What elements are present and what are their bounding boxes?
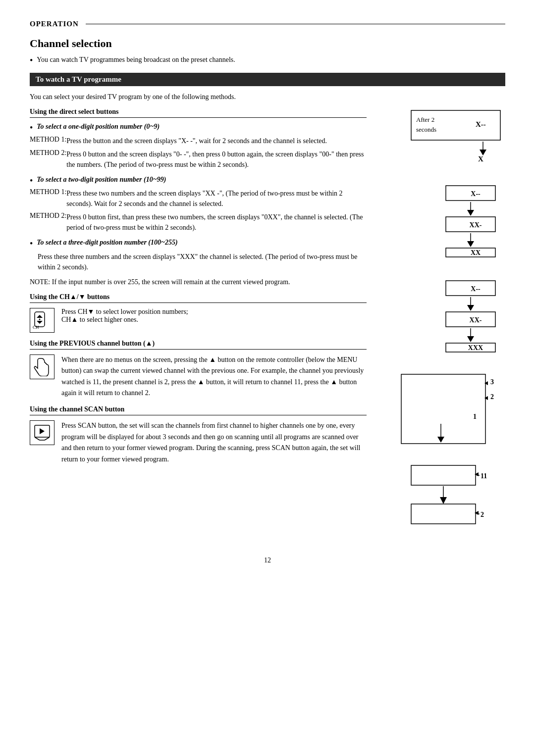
- ch-header: Using the CH▲/▼ buttons: [30, 293, 367, 303]
- main-layout: Using the direct select buttons • To sel…: [30, 108, 505, 542]
- scan-text-block: Press SCAN button, the set will scan the…: [61, 420, 367, 465]
- right-col: After 2 seconds X-- X X--: [376, 108, 505, 542]
- svg-text:After 2: After 2: [416, 116, 434, 123]
- topic2-section: • To select a two-digit position number …: [30, 176, 367, 233]
- svg-marker-24: [467, 241, 474, 247]
- ch-diagram-container: 3 2 1: [396, 369, 505, 451]
- ch-header-text: Using the CH▲/▼ buttons: [30, 293, 109, 301]
- prev-text: When there are no menus on the screen, p…: [61, 354, 367, 399]
- ch-diagram-svg: 3 2 1: [396, 369, 505, 449]
- diag1-container: After 2 seconds X-- X: [406, 108, 505, 164]
- scan-icon-svg: [33, 423, 52, 442]
- subsection-direct-label: Using the direct select buttons: [30, 108, 367, 118]
- svg-marker-51: [475, 511, 479, 515]
- svg-text:X--: X--: [471, 285, 481, 293]
- svg-marker-43: [437, 437, 444, 443]
- method1-line: METHOD 1: Press the button and the scree…: [30, 136, 367, 146]
- bullet-intro: • You can watch TV programmes being broa…: [30, 56, 505, 65]
- method2-label: METHOD 2:: [30, 149, 66, 170]
- svg-text:seconds: seconds: [416, 126, 436, 133]
- scan-text: Press SCAN button, the set will scan the…: [61, 420, 367, 465]
- method1-label: METHOD 1:: [30, 136, 66, 146]
- left-col: Using the direct select buttons • To sel…: [30, 108, 376, 542]
- topic1-text: To select a one-digit position number (0…: [37, 123, 160, 131]
- topic2-text: To select a two-digit position number (1…: [37, 176, 166, 184]
- topic2-header: • To select a two-digit position number …: [30, 176, 367, 187]
- svg-line-6: [35, 437, 40, 440]
- svg-marker-39: [484, 381, 488, 385]
- topic2-dot: •: [30, 176, 33, 187]
- topic2-method2-text: Press 0 button first, than press these t…: [66, 212, 367, 233]
- bullet-dot: •: [30, 56, 33, 65]
- operation-title: OPERATION: [30, 20, 79, 28]
- scan-icon: [30, 420, 54, 445]
- topic3-text: To select a three-digit position number …: [37, 239, 177, 247]
- prev-header: Using the PREVIOUS channel button (▲): [30, 340, 367, 350]
- svg-text:X--: X--: [476, 120, 486, 128]
- topic1-header: • To select a one-digit position number …: [30, 123, 367, 134]
- scan-header: Using the channel SCAN button: [30, 405, 367, 415]
- scan-icon-row: Press SCAN button, the set will scan the…: [30, 420, 367, 465]
- prev-icon-svg: [33, 357, 52, 376]
- topic3-desc: Press these three numbers and the screen…: [30, 252, 367, 272]
- prev-diagram-container: 11 2: [396, 460, 505, 532]
- section-intro: You can select your desired TV program b…: [30, 93, 505, 101]
- ch-icon-svg: CH: [33, 311, 52, 330]
- ch-icon: CH: [30, 308, 54, 333]
- topic2-method2-line: METHOD 2: Press 0 button first, than pre…: [30, 212, 367, 233]
- method2-line: METHOD 2: Press 0 button and the screen …: [30, 149, 367, 170]
- svg-marker-20: [467, 210, 474, 216]
- ch-text1: Press CH▼ to select lower position numbe…: [61, 308, 188, 316]
- method2-text: Press 0 button and the screen displays "…: [66, 149, 367, 170]
- prev-icon-row: When there are no menus on the screen, p…: [30, 354, 367, 399]
- topic2-method2-label: METHOD 2:: [30, 212, 66, 233]
- operation-header: OPERATION: [30, 20, 505, 28]
- page-title: Channel selection: [30, 37, 505, 50]
- svg-rect-44: [411, 465, 476, 485]
- svg-text:XXX: XXX: [468, 344, 483, 352]
- prev-header-text: Using the PREVIOUS channel button (▲): [30, 340, 155, 347]
- svg-marker-30: [467, 305, 474, 311]
- topic2-method2: METHOD 2: Press 0 button first, than pre…: [30, 212, 367, 233]
- ch-num3: 3: [490, 378, 494, 386]
- note-text: NOTE: If the input number is over 255, t…: [30, 278, 367, 286]
- prev-text-block: When there are no menus on the screen, p…: [61, 354, 367, 399]
- prev-icon: [30, 354, 54, 379]
- topic3-header: • To select a three-digit position numbe…: [30, 239, 367, 250]
- svg-marker-41: [484, 396, 488, 400]
- ch-text-block: Press CH▼ to select lower position numbe…: [61, 308, 188, 324]
- bullet-intro-text: You can watch TV programmes being broadc…: [37, 56, 235, 64]
- svg-marker-9: [40, 428, 45, 434]
- topic2-method1-text: Press these two numbers and the screen d…: [66, 188, 367, 209]
- svg-point-3: [39, 318, 41, 320]
- ch-icon-row: CH Press CH▼ to select lower position nu…: [30, 308, 367, 333]
- svg-marker-48: [440, 497, 447, 504]
- section-bar: To watch a TV programme: [30, 73, 505, 86]
- diag1-svg: After 2 seconds X-- X: [406, 108, 505, 162]
- svg-text:CH: CH: [33, 325, 39, 330]
- svg-line-7: [45, 437, 50, 440]
- page-number: 12: [30, 556, 505, 564]
- topic3-dot: •: [30, 239, 33, 250]
- topic2-method1: METHOD 1: Press these two numbers and th…: [30, 188, 367, 209]
- diag2-container: X-- XX- XX: [406, 183, 505, 259]
- svg-text:XX-: XX-: [470, 316, 482, 324]
- svg-text:XX-: XX-: [470, 221, 482, 229]
- ch-text2: CH▲ to select higher ones.: [61, 316, 188, 324]
- method1-text: Press the button and the screen displays…: [66, 136, 367, 146]
- prev-num2: 2: [481, 511, 484, 518]
- svg-marker-1: [37, 315, 43, 318]
- diag3-container: X-- XX- XXX: [406, 278, 505, 354]
- ch-num1: 1: [473, 413, 477, 420]
- diag3-svg: X-- XX- XXX: [406, 278, 505, 353]
- topic1-section: • To select a one-digit position number …: [30, 123, 367, 170]
- operation-line: [86, 24, 505, 24]
- prev-num11: 11: [481, 472, 487, 480]
- svg-rect-49: [411, 504, 476, 524]
- svg-rect-37: [401, 374, 485, 444]
- svg-text:X: X: [478, 155, 483, 162]
- svg-text:X--: X--: [471, 190, 481, 198]
- svg-marker-46: [475, 472, 479, 476]
- topic1-dot: •: [30, 123, 33, 134]
- topic1-method1: METHOD 1: Press the button and the scree…: [30, 136, 367, 146]
